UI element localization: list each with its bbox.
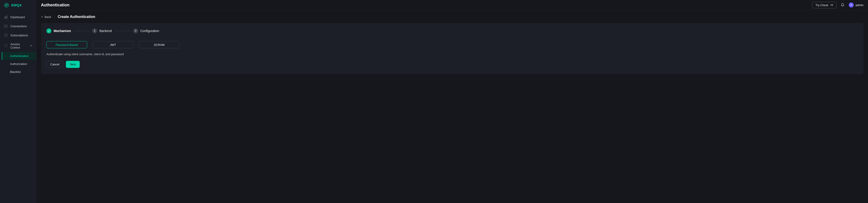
svg-rect-1 [5,16,6,19]
sidebar-nav: Dashboard Connections Subscriptions Acce… [0,10,36,76]
username: admin [856,3,864,7]
breadcrumb-separator [54,15,55,19]
subscriptions-icon [4,33,8,37]
shield-icon [4,44,8,48]
step-label: Backend [99,29,112,33]
sidebar-item-dashboard[interactable]: Dashboard [0,12,36,22]
sidebar-item-connections[interactable]: Connections [0,22,36,31]
sidebar: EMQX Dashboard Connections Subscriptions [0,0,36,203]
user-menu[interactable]: A admin [849,2,864,7]
mechanism-password-based[interactable]: Password-Based [46,41,87,48]
svg-rect-7 [4,34,7,36]
svg-rect-0 [4,17,5,19]
svg-rect-3 [4,25,7,26]
sidebar-sub-label: Blacklist [10,70,21,74]
step-mechanism: Mechanism [46,28,71,33]
sidebar-sub-label: Authentication [10,54,29,58]
sidebar-item-label: Connections [10,25,27,28]
cancel-button[interactable]: Cancel [46,61,63,68]
step-backend: 2 Backend [92,28,112,33]
brand[interactable]: EMQX [0,0,36,10]
svg-point-5 [5,25,5,26]
step-configuration: 3 Configuration [133,28,159,33]
app-root: EMQX Dashboard Connections Subscriptions [0,0,868,203]
arrow-right-icon [830,4,833,6]
choice-label: Password-Based [56,43,78,47]
svg-rect-2 [6,16,7,19]
content: Back Create Authentication Mechanism 2 [36,10,868,79]
try-cloud-button[interactable]: Try Cloud [812,2,837,8]
logo-icon [4,3,9,8]
breadcrumb-title: Create Authentication [58,15,95,19]
topbar-right: Try Cloud A admin [812,2,864,8]
step-number: 3 [133,28,138,33]
next-button[interactable]: Next [66,61,80,68]
sidebar-sub-authorization[interactable]: Authorization [2,60,36,68]
main: Authentication Try Cloud A admin [36,0,868,203]
avatar: A [849,2,854,7]
sidebar-item-label: Access Control [10,43,27,49]
sidebar-item-label: Dashboard [10,16,25,19]
choice-label: SCRAM [154,43,164,47]
step-label: Mechanism [54,29,71,33]
svg-rect-4 [4,26,7,27]
back-label: Back [44,15,51,19]
stepper: Mechanism 2 Backend 3 Configuration [46,28,858,33]
chevron-up-icon [30,45,32,47]
svg-point-6 [5,27,5,27]
chevron-left-icon [41,16,43,18]
mechanism-description: Authenticate using client username, clie… [46,52,858,56]
sidebar-subnav-access-control: Authentication Authorization Blacklist [0,52,36,76]
mechanism-jwt[interactable]: JWT [93,41,133,48]
breadcrumb: Back Create Authentication [41,15,864,19]
sidebar-item-access-control[interactable]: Access Control [0,40,36,52]
mechanism-scram[interactable]: SCRAM [139,41,180,48]
brand-name: EMQX [11,3,22,7]
sidebar-sub-label: Authorization [10,62,27,66]
page-title: Authentication [41,3,69,7]
check-icon [46,28,52,33]
sidebar-sub-blacklist[interactable]: Blacklist [2,68,36,76]
choice-label: JWT [110,43,116,47]
wizard-actions: Cancel Next [46,61,858,68]
step-connector [73,31,89,31]
back-button[interactable]: Back [41,15,51,19]
connections-icon [4,24,8,28]
step-label: Configuration [141,29,159,33]
dashboard-icon [4,15,8,19]
card: Mechanism 2 Backend 3 Configuration [41,23,864,74]
step-connector [115,31,130,31]
sidebar-item-label: Subscriptions [10,33,28,37]
mechanism-choices: Password-Based JWT SCRAM [46,41,858,48]
try-cloud-label: Try Cloud [815,3,828,7]
topbar: Authentication Try Cloud A admin [36,0,868,10]
sidebar-sub-authentication[interactable]: Authentication [2,52,36,60]
notifications-icon[interactable] [841,3,845,7]
sidebar-item-subscriptions[interactable]: Subscriptions [0,31,36,40]
step-number: 2 [92,28,97,33]
